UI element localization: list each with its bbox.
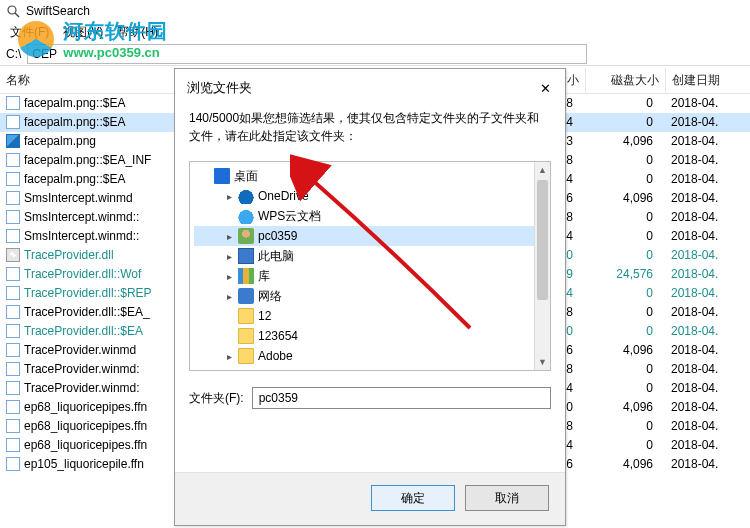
file-disksize: 0 — [585, 170, 665, 189]
menu-view[interactable]: 视图(V) — [57, 22, 109, 43]
file-name: SmsIntercept.winmd:: — [24, 210, 139, 224]
file-disksize: 0 — [585, 417, 665, 436]
folder-icon — [238, 308, 254, 324]
file-icon — [6, 267, 20, 281]
file-icon — [6, 153, 20, 167]
menu-help[interactable]: 帮助(H) — [111, 22, 164, 43]
file-icon — [6, 191, 20, 205]
svg-line-1 — [15, 13, 19, 17]
file-name: TraceProvider.winmd: — [24, 381, 140, 395]
tree-item[interactable]: ▸此电脑 — [194, 246, 546, 266]
expand-icon[interactable]: ▸ — [224, 191, 234, 201]
file-icon — [6, 210, 20, 224]
cloud-icon — [238, 208, 254, 224]
tree-item[interactable]: ▸OneDrive — [194, 186, 546, 206]
expand-icon[interactable]: ▸ — [224, 271, 234, 281]
file-icon — [6, 438, 20, 452]
expand-icon[interactable] — [224, 331, 234, 341]
user-icon — [238, 228, 254, 244]
folder-input[interactable] — [252, 387, 551, 409]
tree-item[interactable]: ▸网络 — [194, 286, 546, 306]
file-icon — [6, 248, 20, 262]
ok-button[interactable]: 确定 — [371, 485, 455, 511]
file-name: facepalm.png::$EA_INF — [24, 153, 151, 167]
file-disksize: 4,096 — [585, 189, 665, 208]
file-disksize: 0 — [585, 94, 665, 113]
file-icon — [6, 324, 20, 338]
file-disksize: 4,096 — [585, 455, 665, 474]
expand-icon[interactable]: ▸ — [224, 291, 234, 301]
folder-input-row: 文件夹(F): — [175, 371, 565, 415]
file-icon — [6, 286, 20, 300]
file-disksize: 0 — [585, 246, 665, 265]
file-date: 2018-04. — [665, 132, 750, 151]
file-disksize: 0 — [585, 113, 665, 132]
file-date: 2018-04. — [665, 189, 750, 208]
menubar: 文件(F) 视图(V) 帮助(H) — [0, 22, 750, 42]
file-disksize: 0 — [585, 208, 665, 227]
app-title: SwiftSearch — [26, 4, 90, 18]
file-disksize: 4,096 — [585, 132, 665, 151]
dialog-buttons: 确定 取消 — [175, 472, 565, 525]
file-disksize: 0 — [585, 227, 665, 246]
file-name: facepalm.png::$EA — [24, 172, 125, 186]
tree-item[interactable]: ▸pc0359 — [194, 226, 546, 246]
file-disksize: 4,096 — [585, 398, 665, 417]
scroll-thumb[interactable] — [537, 180, 548, 300]
expand-icon[interactable] — [224, 211, 234, 221]
tree-item[interactable]: ▸Adobe — [194, 346, 546, 366]
dialog-titlebar: 浏览文件夹 ✕ — [175, 69, 565, 103]
tree-item[interactable]: 123654 — [194, 326, 546, 346]
folder-tree: 桌面▸OneDriveWPS云文档▸pc0359▸此电脑▸库▸网络1212365… — [189, 161, 551, 371]
cancel-button[interactable]: 取消 — [465, 485, 549, 511]
desktop-icon — [214, 168, 230, 184]
scroll-up-icon[interactable]: ▲ — [535, 162, 550, 178]
svg-point-0 — [8, 6, 16, 14]
file-name: ep68_liquoricepipes.ffn — [24, 438, 147, 452]
menu-file[interactable]: 文件(F) — [4, 22, 55, 43]
file-name: TraceProvider.winmd: — [24, 362, 140, 376]
expand-icon[interactable]: ▸ — [224, 251, 234, 261]
file-date: 2018-04. — [665, 265, 750, 284]
pc-icon — [238, 248, 254, 264]
file-icon — [6, 229, 20, 243]
scroll-down-icon[interactable]: ▼ — [535, 354, 550, 370]
file-disksize: 0 — [585, 151, 665, 170]
expand-icon[interactable] — [200, 171, 210, 181]
expand-icon[interactable] — [224, 311, 234, 321]
drive-label: C:\ — [6, 47, 21, 61]
file-disksize: 4,096 — [585, 341, 665, 360]
col-disksize[interactable]: 磁盘大小 — [585, 68, 665, 94]
file-disksize: 0 — [585, 303, 665, 322]
file-date: 2018-04. — [665, 398, 750, 417]
file-date: 2018-04. — [665, 379, 750, 398]
expand-icon[interactable]: ▸ — [224, 231, 234, 241]
file-name: ep68_liquoricepipes.ffn — [24, 400, 147, 414]
file-name: ep68_liquoricepipes.ffn — [24, 419, 147, 433]
file-icon — [6, 362, 20, 376]
tree-item-label: Adobe — [258, 349, 293, 363]
file-name: TraceProvider.dll::$EA — [24, 324, 143, 338]
file-disksize: 0 — [585, 360, 665, 379]
file-disksize: 0 — [585, 322, 665, 341]
file-disksize: 0 — [585, 284, 665, 303]
file-date: 2018-04. — [665, 94, 750, 113]
tree-item[interactable]: ▸库 — [194, 266, 546, 286]
file-icon — [6, 419, 20, 433]
tree-scrollbar[interactable]: ▲ ▼ — [534, 162, 550, 370]
path-input[interactable] — [27, 44, 587, 64]
dialog-title: 浏览文件夹 — [187, 79, 252, 97]
file-date: 2018-04. — [665, 341, 750, 360]
close-icon[interactable]: ✕ — [537, 80, 553, 96]
tree-item[interactable]: 12 — [194, 306, 546, 326]
tree-item[interactable]: 桌面 — [194, 166, 546, 186]
expand-icon[interactable]: ▸ — [224, 351, 234, 361]
tree-item[interactable]: WPS云文档 — [194, 206, 546, 226]
folder-icon — [238, 328, 254, 344]
col-created[interactable]: 创建日期 — [665, 68, 750, 94]
file-disksize: 24,576 — [585, 265, 665, 284]
file-icon — [6, 343, 20, 357]
lib-icon — [238, 268, 254, 284]
tree-item-label: 此电脑 — [258, 248, 294, 265]
file-name: facepalm.png — [24, 134, 96, 148]
